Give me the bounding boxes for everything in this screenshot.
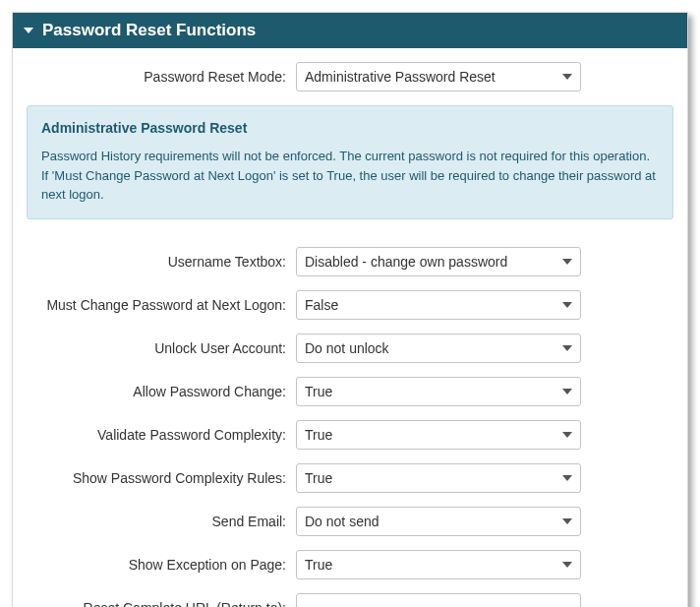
- row-reset-url: Reset Complete URL (Return to):: [27, 593, 673, 608]
- label-show-complexity-rules: Show Password Complexity Rules:: [27, 470, 296, 486]
- input-reset-url[interactable]: [296, 593, 581, 608]
- chevron-down-icon: [23, 25, 34, 36]
- select-show-complexity-rules[interactable]: True: [296, 463, 581, 493]
- info-box-title: Administrative Password Reset: [41, 118, 659, 139]
- info-box-body: Password History requirements will not b…: [41, 147, 659, 205]
- row-password-reset-mode: Password Reset Mode: Administrative Pass…: [27, 62, 673, 91]
- row-unlock: Unlock User Account: Do not unlock: [27, 334, 673, 363]
- row-send-email: Send Email: Do not send: [27, 507, 673, 536]
- panel-header[interactable]: Password Reset Functions: [13, 13, 687, 48]
- panel-title: Password Reset Functions: [42, 21, 256, 40]
- info-box: Administrative Password Reset Password H…: [27, 105, 673, 219]
- row-allow-change: Allow Password Change: True: [27, 377, 673, 406]
- select-show-exception[interactable]: True: [296, 550, 581, 579]
- row-validate-complexity: Validate Password Complexity: True: [27, 420, 673, 450]
- label-send-email: Send Email:: [27, 514, 296, 529]
- label-show-exception: Show Exception on Page:: [27, 557, 296, 573]
- select-password-reset-mode[interactable]: Administrative Password Reset: [296, 62, 581, 91]
- panel-body: Password Reset Mode: Administrative Pass…: [13, 48, 687, 607]
- label-username-textbox: Username Textbox:: [27, 254, 296, 270]
- select-validate-complexity[interactable]: True: [296, 420, 581, 450]
- row-username-textbox: Username Textbox: Disabled - change own …: [27, 247, 673, 276]
- select-must-change[interactable]: False: [296, 290, 581, 320]
- select-allow-change[interactable]: True: [296, 377, 581, 406]
- label-password-reset-mode: Password Reset Mode:: [27, 69, 296, 85]
- label-validate-complexity: Validate Password Complexity:: [27, 427, 296, 443]
- label-must-change: Must Change Password at Next Logon:: [27, 297, 296, 313]
- label-allow-change: Allow Password Change:: [27, 384, 296, 399]
- label-reset-url: Reset Complete URL (Return to):: [27, 600, 296, 608]
- password-reset-panel: Password Reset Functions Password Reset …: [12, 12, 688, 607]
- label-unlock: Unlock User Account:: [27, 340, 296, 356]
- row-must-change: Must Change Password at Next Logon: Fals…: [27, 290, 673, 320]
- select-unlock[interactable]: Do not unlock: [296, 334, 581, 363]
- select-send-email[interactable]: Do not send: [296, 507, 581, 536]
- row-show-complexity-rules: Show Password Complexity Rules: True: [27, 463, 673, 493]
- row-show-exception: Show Exception on Page: True: [27, 550, 673, 579]
- select-username-textbox[interactable]: Disabled - change own password: [296, 247, 581, 276]
